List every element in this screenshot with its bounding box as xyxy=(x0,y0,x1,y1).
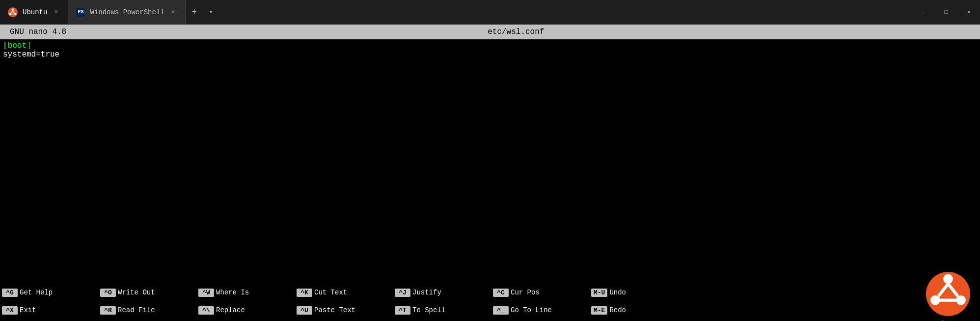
bottom-bar: ^G Get Help ^O Write Out ^W Where Is ^K … xyxy=(0,282,980,321)
key-undo: M-U xyxy=(591,289,607,297)
label-justify: Justify xyxy=(412,289,441,296)
window-controls: ─ □ ✕ xyxy=(912,0,980,24)
editor-line-1: [boot] xyxy=(3,41,977,50)
key-exit: ^X xyxy=(2,306,18,315)
svg-point-9 xyxy=(956,295,966,305)
shortcut-exit[interactable]: ^X Exit xyxy=(2,306,100,315)
ubuntu-tab-icon xyxy=(8,7,18,17)
maximize-button[interactable]: □ xyxy=(935,0,957,24)
label-paste-text: Paste Text xyxy=(314,306,355,314)
label-get-help: Get Help xyxy=(20,289,53,296)
key-go-to-line: ^_ xyxy=(493,306,509,315)
add-tab-button[interactable]: + xyxy=(186,3,203,21)
nano-version: GNU nano 4.8 xyxy=(10,28,66,36)
label-write-out: Write Out xyxy=(118,289,155,296)
editor-area[interactable]: [boot] systemd=true xyxy=(0,39,980,282)
shortcut-cut-text[interactable]: ^K Cut Text xyxy=(297,289,395,297)
key-redo: M-E xyxy=(591,306,607,315)
key-justify: ^J xyxy=(395,289,410,297)
editor-line-2: systemd=true xyxy=(3,50,977,59)
label-to-spell: To Spell xyxy=(412,306,445,314)
key-replace: ^\ xyxy=(198,306,214,315)
shortcut-replace[interactable]: ^\ Replace xyxy=(198,306,297,315)
tab-powershell[interactable]: PS Windows PowerShell × xyxy=(68,0,185,24)
close-button[interactable]: ✕ xyxy=(957,0,980,24)
nano-filename: etc/wsl.conf xyxy=(488,28,544,36)
key-get-help: ^G xyxy=(2,289,18,297)
shortcut-row-2: ^X Exit ^R Read File ^\ Replace ^U Paste… xyxy=(0,301,980,319)
shortcut-read-file[interactable]: ^R Read File xyxy=(100,306,198,315)
key-where-is: ^W xyxy=(198,289,214,297)
label-replace: Replace xyxy=(216,306,245,314)
key-to-spell: ^T xyxy=(395,306,410,315)
key-paste-text: ^U xyxy=(297,306,312,315)
nano-header: GNU nano 4.8 etc/wsl.conf xyxy=(0,25,980,39)
label-exit: Exit xyxy=(20,306,36,314)
key-cut-text: ^K xyxy=(297,289,312,297)
tab-ubuntu-close[interactable]: × xyxy=(52,8,60,16)
tab-powershell-close[interactable]: × xyxy=(169,8,177,16)
label-redo: Redo xyxy=(609,306,626,314)
shortcut-where-is[interactable]: ^W Where Is xyxy=(198,289,297,297)
label-cur-pos: Cur Pos xyxy=(511,289,540,296)
key-read-file: ^R xyxy=(100,306,116,315)
powershell-tab-icon: PS xyxy=(76,8,85,17)
svg-point-8 xyxy=(943,274,953,284)
label-go-to-line: Go To Line xyxy=(511,306,552,314)
key-write-out: ^O xyxy=(100,289,116,297)
nano-header-right xyxy=(965,28,970,36)
tab-powershell-label: Windows PowerShell xyxy=(90,8,164,16)
tab-dropdown-button[interactable]: ▾ xyxy=(203,3,219,21)
shortcut-paste-text[interactable]: ^U Paste Text xyxy=(297,306,395,315)
shortcut-justify[interactable]: ^J Justify xyxy=(395,289,493,297)
shortcut-row-1: ^G Get Help ^O Write Out ^W Where Is ^K … xyxy=(0,284,980,301)
shortcut-redo[interactable]: M-E Redo xyxy=(591,306,689,315)
svg-point-10 xyxy=(930,295,940,305)
shortcut-to-spell[interactable]: ^T To Spell xyxy=(395,306,493,315)
tab-ubuntu-label: Ubuntu xyxy=(23,8,47,16)
key-cur-pos: ^C xyxy=(493,289,509,297)
label-read-file: Read File xyxy=(118,306,155,314)
shortcut-cur-pos[interactable]: ^C Cur Pos xyxy=(493,289,591,297)
shortcut-undo[interactable]: M-U Undo xyxy=(591,289,689,297)
shortcut-go-to-line[interactable]: ^_ Go To Line xyxy=(493,306,591,315)
shortcut-write-out[interactable]: ^O Write Out xyxy=(100,289,198,297)
label-cut-text: Cut Text xyxy=(314,289,347,296)
label-undo: Undo xyxy=(609,289,626,296)
shortcut-get-help[interactable]: ^G Get Help xyxy=(2,289,100,297)
svg-point-1 xyxy=(12,8,14,10)
tab-ubuntu[interactable]: Ubuntu × xyxy=(0,0,68,24)
ubuntu-logo: Ubuntu xyxy=(926,272,970,316)
minimize-button[interactable]: ─ xyxy=(912,0,935,24)
titlebar: Ubuntu × PS Windows PowerShell × + ▾ ─ □… xyxy=(0,0,980,25)
label-where-is: Where Is xyxy=(216,289,249,296)
